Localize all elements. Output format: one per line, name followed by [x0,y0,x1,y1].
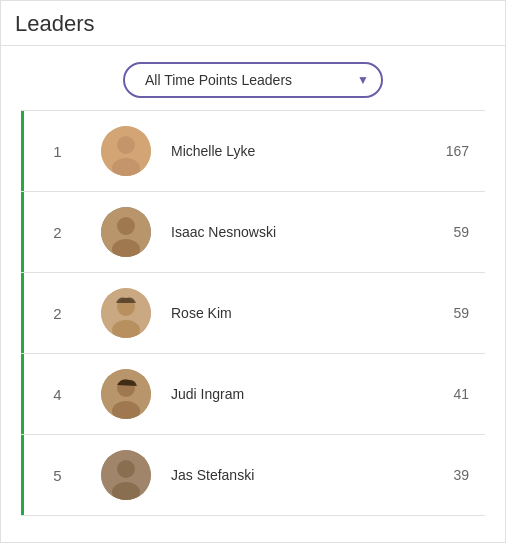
svg-point-13 [117,460,135,478]
table-row: 1 Michelle Lyke 167 [21,111,485,192]
rank-cell: 4 [21,354,91,434]
dropdown-wrapper: All Time Points Leaders This Month This … [123,62,383,98]
svg-point-1 [117,136,135,154]
leader-name: Rose Kim [161,273,425,353]
table-row: 2 Isaac Nesnowski 59 [21,192,485,273]
leader-points: 167 [425,111,485,191]
rose-kim-avatar [101,288,151,338]
avatar-cell [91,354,161,434]
jas-stefanski-avatar [101,450,151,500]
rank-cell: 2 [21,192,91,272]
header: Leaders [1,1,505,46]
table-row: 4 Judi Ingram 41 [21,354,485,435]
leaders-widget: Leaders All Time Points Leaders This Mon… [0,0,506,543]
rank-cell: 2 [21,273,91,353]
rank-value: 2 [53,305,61,322]
leaders-list: 1 Michelle Lyke 167 [21,110,485,516]
leader-name: Isaac Nesnowski [161,192,425,272]
leader-points: 59 [425,192,485,272]
leaders-filter-dropdown[interactable]: All Time Points Leaders This Month This … [123,62,383,98]
dropdown-container: All Time Points Leaders This Month This … [21,62,485,98]
table-row: 5 Jas Stefanski 39 [21,435,485,516]
leader-points: 59 [425,273,485,353]
leader-name: Jas Stefanski [161,435,425,515]
content-area: All Time Points Leaders This Month This … [1,46,505,516]
rank-value: 4 [53,386,61,403]
avatar-cell [91,273,161,353]
judi-ingram-avatar [101,369,151,419]
table-row: 2 Rose Kim 59 [21,273,485,354]
rank-value: 2 [53,224,61,241]
page-title: Leaders [15,11,491,37]
avatar-cell [91,192,161,272]
michelle-lyke-avatar [101,126,151,176]
svg-point-4 [117,217,135,235]
leader-points: 41 [425,354,485,434]
avatar-cell [91,111,161,191]
rank-value: 5 [53,467,61,484]
rank-value: 1 [53,143,61,160]
leader-points: 39 [425,435,485,515]
avatar-cell [91,435,161,515]
isaac-nesnowski-avatar [101,207,151,257]
rank-cell: 5 [21,435,91,515]
rank-cell: 1 [21,111,91,191]
leader-name: Judi Ingram [161,354,425,434]
leader-name: Michelle Lyke [161,111,425,191]
